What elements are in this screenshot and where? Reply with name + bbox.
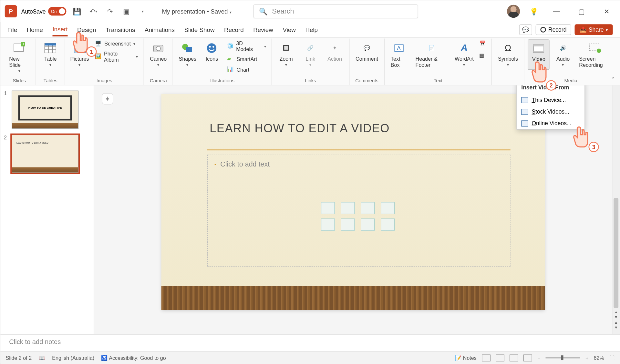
date-time-button[interactable]: 📅: [478, 39, 488, 48]
tab-transitions[interactable]: Transitions: [106, 24, 135, 36]
record-button[interactable]: Record: [536, 24, 571, 35]
device-icon: [521, 97, 528, 103]
slideshow-view-icon[interactable]: [523, 354, 532, 361]
shapes-button[interactable]: Shapes▾: [177, 39, 198, 69]
new-slide-button[interactable]: + New Slide▾: [6, 39, 32, 75]
tab-slideshow[interactable]: Slide Show: [184, 24, 214, 36]
svg-point-16: [209, 46, 211, 47]
ribbon: + New Slide▾ Slides Table▾ Tables Pictur…: [0, 38, 620, 86]
tab-record[interactable]: Record: [224, 24, 244, 36]
menu-this-device[interactable]: This Device...: [517, 94, 585, 106]
tab-insert[interactable]: Insert: [52, 23, 67, 36]
screen-rec-icon: +: [588, 41, 602, 55]
fit-to-window-icon[interactable]: ⛶: [609, 355, 615, 361]
redo-icon[interactable]: ↷: [104, 5, 116, 17]
comments-button[interactable]: 💬: [519, 24, 532, 35]
audio-icon: 🔊: [556, 41, 570, 55]
pictures-button[interactable]: Pictures▾: [69, 39, 91, 69]
comment-button[interactable]: 💬Comment: [353, 39, 381, 64]
accessibility-status[interactable]: ♿ Accessibility: Good to go: [101, 355, 166, 361]
audio-button[interactable]: 🔊Audio▾: [552, 39, 574, 69]
minimize-button[interactable]: —: [548, 5, 565, 18]
slide-canvas[interactable]: ✦ LEARN HOW TO EDIT A VIDEO Click to add…: [94, 86, 612, 334]
collapse-ribbon-icon[interactable]: ⌃: [611, 76, 615, 82]
share-button[interactable]: 📤 Share ▾: [575, 24, 613, 35]
link-button[interactable]: 🔗Link▾: [300, 39, 321, 69]
ph-icon-icon[interactable]: [361, 202, 375, 214]
header-footer-button[interactable]: 📄Header & Footer: [413, 39, 450, 70]
zoom-level[interactable]: 62%: [594, 355, 604, 361]
copilot-icon[interactable]: ✦: [102, 93, 113, 105]
menu-online-videos[interactable]: Online Videos...: [517, 117, 585, 129]
zoom-button[interactable]: 🔲Zoom▾: [275, 39, 297, 69]
zoom-out-button[interactable]: −: [537, 355, 540, 361]
save-icon[interactable]: 💾: [71, 5, 83, 17]
normal-view-icon[interactable]: [482, 354, 491, 361]
ph-video-icon[interactable]: [341, 218, 355, 231]
photo-album-button[interactable]: 🖼️Photo Album ▾: [93, 50, 140, 64]
svg-point-17: [213, 46, 214, 47]
spellcheck-icon[interactable]: 📖: [39, 355, 45, 361]
notes-toggle[interactable]: 📝 Notes: [455, 355, 477, 361]
notes-pane[interactable]: Click to add notes: [0, 334, 620, 351]
tab-help[interactable]: Help: [305, 24, 318, 36]
thumbnail-2[interactable]: LEARN HOW TO EDIT A VIDEO: [12, 135, 78, 173]
slide-title[interactable]: LEARN HOW TO EDIT A VIDEO: [210, 122, 389, 135]
ph-picture-icon[interactable]: [341, 202, 355, 214]
ph-table-icon[interactable]: [361, 218, 375, 231]
symbols-icon: Ω: [501, 41, 515, 55]
tab-file[interactable]: File: [7, 24, 17, 36]
video-button[interactable]: Video▾: [528, 39, 550, 70]
date-icon: 📅: [479, 40, 486, 47]
document-title[interactable]: My presentation • Saved ▾: [162, 8, 232, 15]
language-status[interactable]: English (Australia): [52, 355, 94, 361]
tab-animations[interactable]: Animations: [145, 24, 175, 36]
search-input[interactable]: 🔍 Search: [253, 4, 418, 18]
cameo-button[interactable]: Cameo▾: [147, 39, 169, 69]
chart-button[interactable]: 📊Chart: [225, 66, 268, 74]
sorter-view-icon[interactable]: [496, 354, 504, 361]
ph-smartart-icon[interactable]: [381, 202, 395, 214]
lightbulb-icon[interactable]: 💡: [528, 5, 540, 17]
ph-cameo-icon[interactable]: [321, 218, 335, 231]
textbox-icon: A: [392, 41, 406, 55]
action-button[interactable]: ✦Action: [324, 39, 346, 64]
ph-chart-icon[interactable]: [381, 218, 395, 231]
thumbnail-1[interactable]: HOW TO BE CREATIVE: [12, 91, 78, 129]
screenshot-button[interactable]: 🖥️Screenshot ▾: [93, 39, 140, 48]
zoom-slider[interactable]: [545, 357, 580, 359]
smartart-button[interactable]: ▰SmartArt: [225, 55, 268, 64]
reading-view-icon[interactable]: [510, 354, 518, 361]
action-icon: ✦: [328, 41, 342, 55]
slide-counter[interactable]: Slide 2 of 2: [5, 355, 32, 361]
svg-text:+: +: [22, 42, 25, 46]
autosave-toggle[interactable]: On: [48, 7, 67, 15]
maximize-button[interactable]: ▢: [573, 5, 590, 18]
table-button[interactable]: Table▾: [40, 39, 61, 69]
object-button[interactable]: ▦: [478, 52, 488, 60]
text-box-button[interactable]: AText Box: [388, 39, 410, 70]
avatar[interactable]: [507, 5, 520, 18]
tab-view[interactable]: View: [283, 24, 295, 36]
vertical-scrollbar[interactable]: ▲▼▲▼: [612, 86, 620, 334]
present-from-start-icon[interactable]: ▣: [120, 5, 133, 17]
undo-icon[interactable]: ↶▾: [87, 5, 99, 17]
content-placeholder[interactable]: Click to add text: [207, 155, 510, 266]
tab-design[interactable]: Design: [77, 24, 96, 36]
svg-text:A: A: [397, 45, 401, 52]
menu-stock-videos[interactable]: Stock Videos...: [517, 106, 585, 117]
tab-review[interactable]: Review: [253, 24, 273, 36]
symbols-button[interactable]: ΩSymbols▾: [495, 39, 521, 69]
svg-point-10: [76, 46, 79, 48]
wordart-button[interactable]: AWordArt▾: [453, 39, 475, 69]
ph-stock-image-icon[interactable]: [321, 202, 335, 214]
qat-more-icon[interactable]: ▾: [137, 5, 149, 17]
icons-button[interactable]: Icons: [201, 39, 222, 64]
tab-home[interactable]: Home: [27, 24, 43, 36]
zoom-in-button[interactable]: +: [585, 355, 588, 361]
screen-recording-button[interactable]: +Screen Recording: [576, 39, 614, 70]
3d-models-button[interactable]: 🧊3D Models ▾: [225, 39, 268, 53]
close-button[interactable]: ✕: [598, 5, 615, 18]
slide-thumbnails: 1 HOW TO BE CREATIVE 2 LEARN HOW TO EDIT…: [0, 86, 94, 334]
video-icon: [532, 42, 546, 56]
